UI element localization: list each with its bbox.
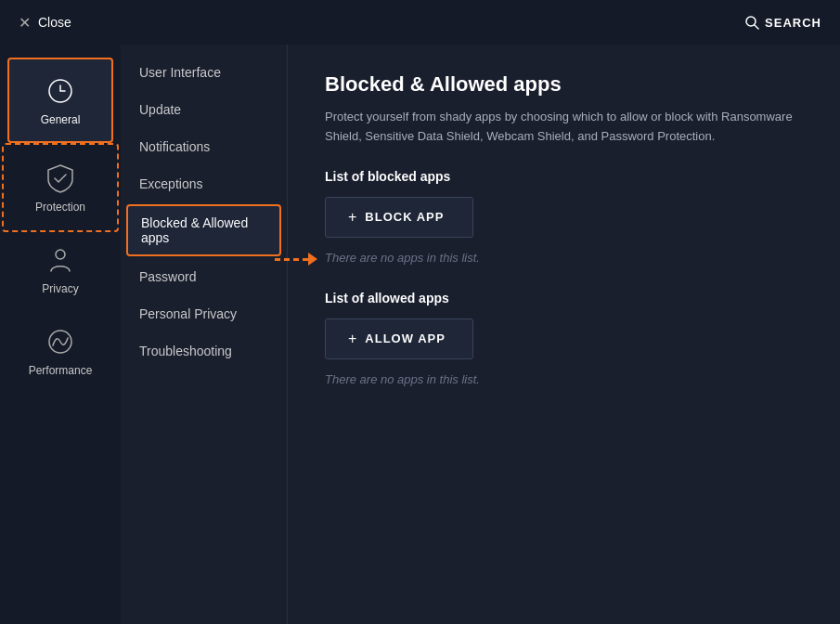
- sidebar-item-general[interactable]: General: [7, 58, 113, 143]
- nav-item-user-interface[interactable]: User Interface: [121, 54, 287, 91]
- nav-item-notifications[interactable]: Notifications: [121, 128, 287, 165]
- search-icon: [744, 15, 759, 30]
- sidebar-privacy-label: Privacy: [42, 282, 78, 295]
- blocked-empty-text: There are no apps in this list.: [325, 251, 803, 265]
- page-description: Protect yourself from shady apps by choo…: [325, 108, 803, 147]
- sidebar-item-privacy[interactable]: Privacy: [0, 228, 121, 310]
- nav-item-password[interactable]: Password: [121, 258, 287, 295]
- search-label: SEARCH: [765, 16, 821, 30]
- general-icon: [44, 74, 77, 108]
- nav-item-troubleshooting[interactable]: Troubleshooting: [121, 332, 287, 370]
- top-bar: ✕ Close SEARCH: [0, 0, 840, 45]
- close-button[interactable]: ✕ Close: [19, 14, 71, 32]
- privacy-icon: [44, 243, 77, 277]
- nav-item-update[interactable]: Update: [121, 91, 287, 128]
- svg-line-1: [755, 25, 758, 29]
- nav-item-exceptions[interactable]: Exceptions: [121, 165, 287, 202]
- app-window: ✕ Close SEARCH General: [0, 0, 840, 624]
- sidebar-general-label: General: [41, 113, 81, 126]
- content-panel: Blocked & Allowed apps Protect yourself …: [288, 45, 840, 624]
- sidebar-protection-label: Protection: [35, 201, 85, 214]
- close-label: Close: [38, 15, 71, 30]
- svg-point-3: [56, 250, 65, 259]
- protection-icon: [44, 162, 77, 195]
- allowed-section-title: List of allowed apps: [325, 291, 803, 306]
- page-title: Blocked & Allowed apps: [325, 72, 803, 97]
- block-app-button[interactable]: + BLOCK APP: [325, 197, 473, 238]
- plus-icon: +: [348, 209, 357, 226]
- nav-item-blocked-allowed[interactable]: Blocked & Allowed apps: [126, 204, 281, 256]
- search-button[interactable]: SEARCH: [744, 15, 821, 30]
- performance-icon: [44, 325, 77, 358]
- close-icon: ✕: [19, 14, 31, 32]
- sidebar-item-protection[interactable]: Protection: [0, 147, 121, 228]
- blocked-section-title: List of blocked apps: [325, 169, 803, 184]
- nav-panel: User Interface Update Notifications Exce…: [121, 45, 288, 624]
- main-content: General Protection: [0, 45, 840, 624]
- allow-app-button[interactable]: + ALLOW APP: [325, 318, 473, 359]
- block-app-label: BLOCK APP: [365, 210, 444, 224]
- sidebar: General Protection: [0, 45, 121, 624]
- plus-icon-2: +: [348, 331, 357, 347]
- nav-item-personal-privacy[interactable]: Personal Privacy: [121, 295, 287, 332]
- sidebar-performance-label: Performance: [29, 364, 93, 377]
- sidebar-item-performance[interactable]: Performance: [0, 310, 121, 392]
- allow-app-label: ALLOW APP: [365, 332, 446, 345]
- allowed-empty-text: There are no apps in this list.: [325, 372, 803, 386]
